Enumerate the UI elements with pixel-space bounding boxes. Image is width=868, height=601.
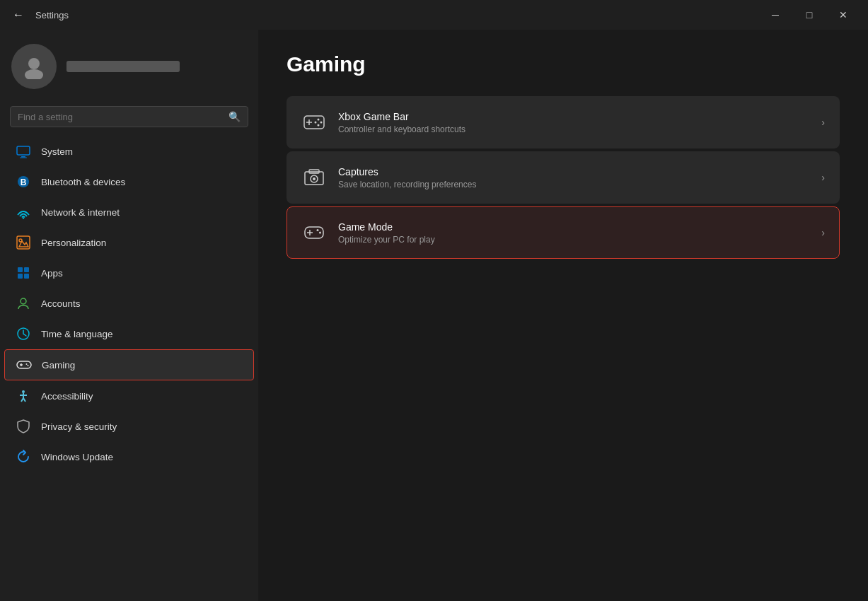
user-name [66, 61, 180, 72]
search-box[interactable]: 🔍 [10, 106, 248, 127]
svg-rect-3 [21, 156, 25, 158]
xbox-game-bar-icon [301, 110, 327, 135]
user-profile[interactable] [0, 30, 258, 103]
sidebar-item-time[interactable]: Time & language [4, 319, 254, 349]
sidebar-item-personalization[interactable]: Personalization [4, 228, 254, 257]
personalization-label: Personalization [41, 238, 106, 248]
game-mode-text: Game Mode Optimize your PC for play [338, 221, 810, 245]
privacy-icon [16, 419, 31, 434]
accessibility-label: Accessibility [41, 391, 93, 402]
captures-desc: Save location, recording preferences [338, 180, 810, 189]
update-icon [16, 449, 31, 465]
svg-point-29 [318, 119, 320, 121]
apps-icon [16, 265, 31, 281]
svg-point-8 [19, 239, 22, 242]
personalization-icon [16, 235, 31, 250]
svg-rect-11 [24, 267, 29, 272]
svg-point-30 [320, 122, 323, 124]
back-icon: ← [13, 8, 24, 21]
sidebar-item-apps[interactable]: Apps [4, 258, 254, 288]
svg-point-14 [21, 298, 26, 304]
svg-rect-2 [17, 146, 30, 155]
game-mode-icon [301, 220, 327, 245]
time-label: Time & language [41, 329, 113, 339]
gaming-icon [16, 357, 32, 373]
time-icon [16, 326, 31, 342]
xbox-game-bar-desc: Controller and keyboard shortcuts [338, 124, 810, 134]
svg-point-41 [319, 232, 321, 234]
captures-chevron: › [821, 172, 825, 183]
minimize-button[interactable]: ─ [759, 4, 792, 26]
svg-rect-4 [20, 158, 27, 158]
svg-point-32 [318, 124, 320, 127]
accounts-icon [16, 296, 31, 311]
gaming-label: Gaming [42, 360, 75, 370]
captures-icon [301, 165, 327, 190]
svg-point-19 [26, 363, 28, 365]
accessibility-icon [16, 388, 31, 404]
sidebar-item-update[interactable]: Windows Update [4, 442, 254, 472]
avatar [11, 44, 57, 89]
captures-text: Captures Save location, recording prefer… [338, 166, 810, 189]
privacy-label: Privacy & security [41, 421, 117, 432]
svg-point-20 [28, 365, 29, 366]
network-icon [16, 204, 31, 220]
close-icon: ✕ [839, 9, 847, 21]
maximize-icon: □ [806, 9, 812, 21]
bluetooth-icon: B [16, 174, 31, 189]
svg-rect-10 [18, 267, 23, 272]
game-mode-title: Game Mode [338, 221, 810, 233]
sidebar-item-network[interactable]: Network & internet [4, 197, 254, 227]
svg-point-31 [315, 122, 317, 124]
sidebar-item-accessibility[interactable]: Accessibility [4, 381, 254, 411]
sidebar: 🔍 System [0, 30, 258, 601]
sidebar-item-privacy[interactable]: Privacy & security [4, 412, 254, 441]
sidebar-item-system[interactable]: System [4, 136, 254, 166]
app-container: 🔍 System [0, 30, 868, 601]
system-icon [16, 144, 31, 159]
content-area: Gaming Xbox Game Bar Controller and keyb… [258, 30, 868, 601]
svg-rect-16 [17, 361, 31, 368]
captures-title: Captures [338, 166, 810, 177]
setting-card-xbox-game-bar[interactable]: Xbox Game Bar Controller and keyboard sh… [287, 96, 840, 148]
svg-point-0 [28, 58, 40, 69]
svg-line-25 [23, 398, 25, 402]
search-container: 🔍 [0, 103, 258, 136]
svg-point-1 [25, 69, 43, 79]
svg-point-40 [317, 229, 319, 231]
game-mode-desc: Optimize your PC for play [338, 235, 810, 245]
xbox-game-bar-text: Xbox Game Bar Controller and keyboard sh… [338, 111, 810, 134]
update-label: Windows Update [41, 452, 113, 462]
page-title: Gaming [287, 52, 840, 76]
bluetooth-label: Bluetooth & devices [41, 177, 125, 187]
accounts-label: Accounts [41, 298, 81, 309]
system-label: System [41, 146, 73, 157]
maximize-button[interactable]: □ [793, 4, 826, 26]
app-title: Settings [35, 10, 752, 21]
nav-list: System B Bluetooth & devices [0, 136, 258, 472]
sidebar-item-accounts[interactable]: Accounts [4, 288, 254, 318]
setting-card-captures[interactable]: Captures Save location, recording prefer… [287, 151, 840, 204]
svg-point-36 [313, 177, 316, 180]
titlebar: ← Settings ─ □ ✕ [0, 0, 868, 30]
svg-rect-13 [24, 274, 29, 279]
minimize-icon: ─ [772, 9, 779, 21]
svg-point-21 [22, 390, 25, 393]
close-button[interactable]: ✕ [827, 4, 860, 26]
svg-rect-12 [18, 274, 23, 279]
setting-card-game-mode[interactable]: Game Mode Optimize your PC for play › [287, 206, 840, 259]
search-icon: 🔍 [228, 111, 241, 122]
svg-text:B: B [21, 177, 27, 187]
xbox-game-bar-title: Xbox Game Bar [338, 111, 810, 122]
xbox-game-bar-chevron: › [821, 117, 825, 128]
svg-point-7 [23, 217, 24, 218]
window-controls: ─ □ ✕ [759, 4, 860, 26]
network-label: Network & internet [41, 207, 120, 218]
apps-label: Apps [41, 268, 63, 279]
game-mode-chevron: › [821, 227, 825, 238]
search-input[interactable] [18, 112, 223, 122]
sidebar-item-bluetooth[interactable]: B Bluetooth & devices [4, 167, 254, 197]
sidebar-item-gaming[interactable]: Gaming [4, 349, 254, 380]
back-button[interactable]: ← [8, 5, 28, 25]
